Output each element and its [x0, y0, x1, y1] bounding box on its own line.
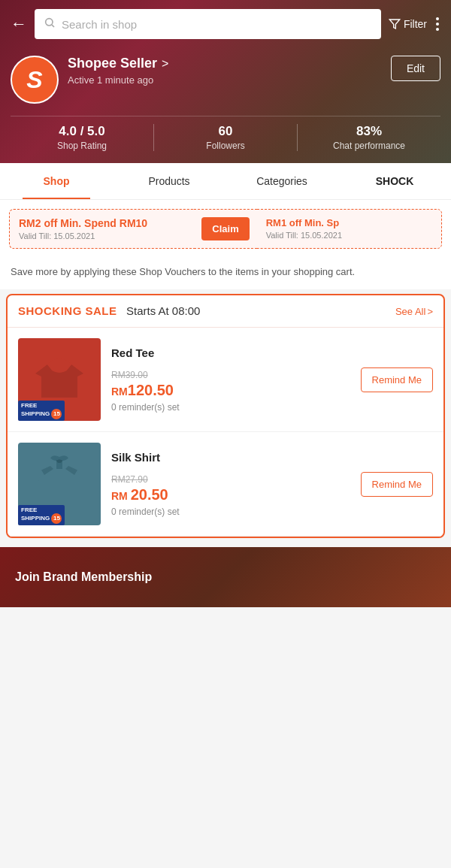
- more-button[interactable]: [434, 16, 440, 32]
- voucher-1-validity: Valid Till: 15.05.2021: [19, 231, 185, 240]
- shop-stats: 4.0 / 5.0 Shop Rating 60 Followers 83% C…: [11, 116, 440, 163]
- voucher-hint: Save more by applying these Shop Voucher…: [0, 258, 451, 289]
- header: ← Search in shop Filter: [0, 0, 451, 163]
- tab-categories[interactable]: Categories: [226, 163, 338, 199]
- stat-followers: 60 Followers: [154, 124, 297, 151]
- voucher-card-2: RM1 off Min. Sp Valid Till: 15.05.2021: [257, 209, 442, 249]
- filter-button[interactable]: Filter: [389, 18, 427, 30]
- chat-label: Chat performance: [298, 141, 440, 151]
- search-icon: [44, 17, 56, 32]
- tab-products[interactable]: Products: [113, 163, 226, 199]
- shop-info: Shopee Seller > Active 1 minute ago: [68, 56, 382, 86]
- product-details-silk-shirt: Silk Shirt RM27.90 RM 20.50 0 reminder(s…: [111, 451, 350, 517]
- shocking-sale-label: SHOCKING SALE: [18, 304, 117, 317]
- filter-row: Filter: [389, 16, 440, 32]
- badge-number-2: 15: [51, 513, 62, 524]
- stat-rating: 4.0 / 5.0 Shop Rating: [11, 124, 153, 151]
- free-shipping-badge-2: FREESHIPPING 15: [18, 505, 65, 526]
- rating-value: 4.0 / 5.0: [11, 124, 153, 139]
- stat-chat: 83% Chat performance: [298, 124, 440, 151]
- tab-shock[interactable]: SHOCK: [338, 163, 451, 199]
- shop-logo-letter: S: [26, 66, 42, 94]
- shop-profile: S Shopee Seller > Active 1 minute ago Ed…: [11, 50, 440, 116]
- voucher-row: RM2 off Min. Spend RM10 Valid Till: 15.0…: [0, 200, 451, 258]
- back-button[interactable]: ←: [11, 14, 27, 34]
- product-details-red-tee: Red Tee RM39.00 RM120.50 0 reminder(s) s…: [111, 346, 350, 413]
- sale-price-silk-shirt: RM 20.50: [111, 486, 350, 504]
- reminders-red-tee: 0 reminder(s) set: [111, 402, 350, 413]
- more-dot: [436, 17, 439, 20]
- voucher-2-validity: Valid Till: 15.05.2021: [266, 231, 432, 240]
- original-price-red-tee: RM39.00: [111, 370, 350, 380]
- chevron-right-icon: >: [427, 306, 433, 317]
- svg-point-0: [46, 19, 53, 26]
- svg-line-1: [52, 25, 54, 27]
- more-dot: [436, 23, 439, 26]
- shocking-sale-time: Starts At 08:00: [126, 304, 200, 317]
- shocking-sale-header: SHOCKING SALE Starts At 08:00 See All >: [8, 295, 443, 328]
- product-name-red-tee: Red Tee: [111, 346, 350, 359]
- remind-me-button-2[interactable]: Remind Me: [361, 472, 433, 497]
- more-dot: [436, 28, 439, 31]
- voucher-claim-area: Claim: [194, 209, 256, 249]
- edit-button[interactable]: Edit: [391, 56, 440, 81]
- brand-membership-section[interactable]: Join Brand Membership: [0, 547, 451, 607]
- product-item-red-tee: FREESHIPPING 15 Red Tee RM39.00 RM120.50…: [8, 328, 443, 432]
- voucher-card-1: RM2 off Min. Spend RM10 Valid Till: 15.0…: [9, 209, 194, 249]
- shocking-sale-title-area: SHOCKING SALE Starts At 08:00: [18, 304, 200, 318]
- voucher-1-title: RM2 off Min. Spend RM10: [19, 217, 185, 229]
- shop-logo: S: [11, 56, 59, 104]
- shop-active-status: Active 1 minute ago: [68, 74, 382, 86]
- followers-value: 60: [154, 124, 297, 139]
- product-item-silk-shirt: FREESHIPPING 15 Silk Shirt RM27.90 RM 20…: [8, 432, 443, 537]
- see-all-button[interactable]: See All >: [395, 306, 433, 317]
- voucher-2-title: RM1 off Min. Sp: [266, 217, 432, 228]
- shop-name: Shopee Seller: [68, 56, 157, 71]
- tab-shop[interactable]: Shop: [0, 163, 113, 199]
- sale-price-red-tee: RM120.50: [111, 382, 350, 399]
- chat-value: 83%: [298, 124, 440, 139]
- product-image-red-tee: FREESHIPPING 15: [18, 338, 101, 421]
- brand-membership-text: Join Brand Membership: [15, 570, 152, 584]
- shocking-sale-section: SHOCKING SALE Starts At 08:00 See All > …: [6, 294, 445, 538]
- remind-me-button-1[interactable]: Remind Me: [361, 367, 433, 392]
- shop-name-arrow[interactable]: >: [162, 57, 168, 71]
- search-bar-row: ← Search in shop Filter: [11, 9, 440, 39]
- claim-button[interactable]: Claim: [201, 217, 249, 240]
- product-image-silk-shirt: FREESHIPPING 15: [18, 443, 101, 525]
- svg-marker-2: [389, 20, 399, 29]
- shop-name-row: Shopee Seller >: [68, 56, 382, 71]
- original-price-silk-shirt: RM27.90: [111, 474, 350, 485]
- search-placeholder: Search in shop: [62, 18, 137, 31]
- product-name-silk-shirt: Silk Shirt: [111, 451, 350, 464]
- followers-label: Followers: [154, 141, 297, 151]
- vouchers-section: RM2 off Min. Spend RM10 Valid Till: 15.0…: [0, 200, 451, 289]
- rating-label: Shop Rating: [11, 141, 153, 151]
- tab-bar: Shop Products Categories SHOCK: [0, 163, 451, 200]
- badge-number-1: 15: [51, 409, 62, 419]
- reminders-silk-shirt: 0 reminder(s) set: [111, 507, 350, 517]
- search-box[interactable]: Search in shop: [35, 9, 381, 39]
- free-shipping-badge-1: FREESHIPPING 15: [18, 401, 65, 422]
